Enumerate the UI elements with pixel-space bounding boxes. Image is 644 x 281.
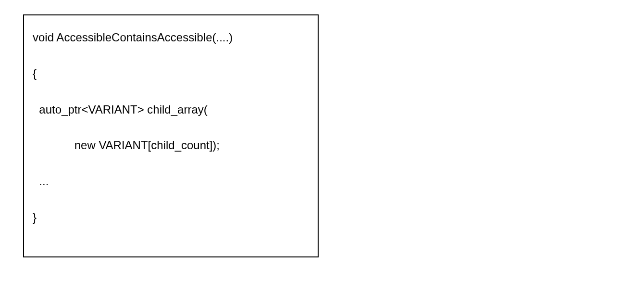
- code-line: }: [33, 211, 309, 225]
- code-line: ...: [33, 175, 309, 189]
- code-line: new VARIANT[child_count]);: [33, 139, 309, 153]
- code-line: {: [33, 67, 309, 81]
- code-snippet-box: void AccessibleContainsAccessible(....) …: [23, 14, 319, 257]
- code-line: auto_ptr<VARIANT> child_array(: [33, 103, 309, 117]
- code-line: void AccessibleContainsAccessible(....): [33, 31, 309, 45]
